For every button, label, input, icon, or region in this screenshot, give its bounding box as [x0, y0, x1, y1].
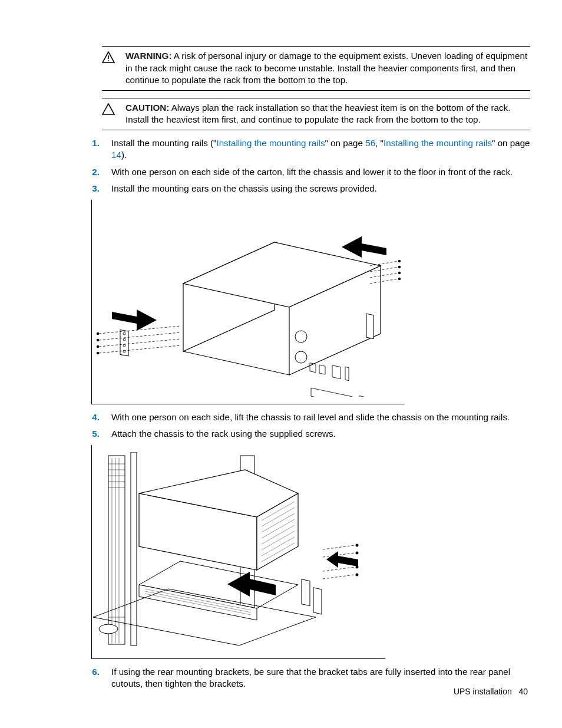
step-number: 5. [91, 428, 100, 440]
svg-point-36 [398, 265, 401, 268]
svg-line-7 [183, 351, 289, 375]
warning-icon [102, 50, 115, 63]
svg-point-28 [97, 351, 99, 354]
caution-callout: CAUTION: Always plan the rack installati… [102, 98, 530, 130]
step-text: With one person on each side, lift the c… [111, 411, 530, 424]
svg-rect-41 [131, 452, 137, 645]
page-ref[interactable]: 14 [111, 150, 121, 160]
caution-label: CAUTION: [125, 103, 169, 113]
svg-point-73 [356, 543, 359, 546]
step-text: Install the mounting rails ("Installing … [111, 137, 530, 162]
footer-section: UPS installation [454, 687, 512, 696]
step-3: 3. Install the mounting ears on the chas… [91, 183, 530, 195]
svg-point-25 [97, 332, 99, 334]
svg-marker-29 [112, 309, 157, 331]
svg-point-66 [99, 624, 118, 634]
step-number: 3. [91, 183, 100, 195]
svg-rect-40 [108, 456, 125, 644]
step-text: Install the mounting ears on the chassis… [111, 183, 530, 195]
warning-callout: WARNING: A risk of personal injury or da… [102, 46, 530, 91]
svg-marker-65 [93, 589, 316, 645]
warning-body: WARNING: A risk of personal injury or da… [125, 50, 530, 87]
step-text: Attach the chassis to the rack using the… [111, 428, 530, 440]
svg-line-31 [370, 261, 398, 266]
page-footer: UPS installation 40 [454, 686, 528, 697]
svg-rect-16 [120, 330, 128, 355]
caution-text: Always plan the rack installation so tha… [125, 103, 510, 125]
svg-rect-68 [313, 588, 322, 614]
svg-point-26 [97, 338, 99, 341]
step-5: 5. Attach the chassis to the rack using … [91, 428, 530, 440]
svg-rect-13 [345, 367, 349, 380]
footer-page: 40 [518, 687, 528, 696]
figure-rack-insertion [91, 445, 385, 659]
svg-rect-11 [319, 365, 325, 374]
step-4: 4. With one person on each side, lift th… [91, 411, 530, 424]
step-2: 2. With one person on each side of the c… [91, 166, 530, 179]
svg-line-24 [99, 345, 180, 353]
svg-rect-15 [359, 396, 371, 396]
svg-line-71 [323, 567, 355, 571]
svg-rect-14 [311, 388, 352, 397]
svg-point-37 [398, 271, 401, 274]
svg-point-27 [97, 345, 99, 347]
procedure-steps: 1. Install the mounting rails ("Installi… [91, 137, 530, 195]
warning-text: A risk of personal injury or damage to t… [125, 51, 527, 85]
svg-rect-12 [332, 365, 340, 378]
crossref-link[interactable]: Installing the mounting rails [216, 138, 325, 148]
step-number: 1. [91, 137, 100, 150]
svg-line-22 [99, 332, 180, 340]
svg-line-72 [323, 575, 355, 579]
step-1: 1. Install the mounting rails ("Installi… [91, 137, 530, 162]
svg-marker-39 [342, 236, 386, 258]
step-number: 4. [91, 411, 100, 424]
step-number: 6. [91, 666, 100, 678]
page: WARNING: A risk of personal injury or da… [0, 0, 562, 728]
svg-line-23 [99, 339, 180, 347]
step-text: With one person on each side of the cart… [111, 166, 530, 179]
figure-mounting-ears [91, 200, 404, 404]
svg-marker-78 [326, 551, 358, 568]
step-number: 2. [91, 166, 100, 179]
svg-rect-30 [366, 314, 373, 339]
svg-point-1 [108, 60, 109, 61]
svg-rect-67 [302, 579, 310, 605]
page-ref[interactable]: 56 [365, 138, 375, 148]
caution-body: CAUTION: Always plan the rack installati… [125, 102, 530, 126]
crossref-link[interactable]: Installing the mounting rails [384, 138, 492, 148]
svg-line-69 [323, 545, 355, 549]
caution-icon [102, 102, 115, 115]
procedure-steps-cont: 4. With one person on each side, lift th… [91, 411, 530, 440]
warning-label: WARNING: [125, 51, 171, 61]
svg-point-35 [398, 259, 401, 262]
svg-point-38 [398, 277, 401, 279]
svg-point-74 [356, 551, 359, 554]
svg-point-76 [356, 573, 359, 576]
